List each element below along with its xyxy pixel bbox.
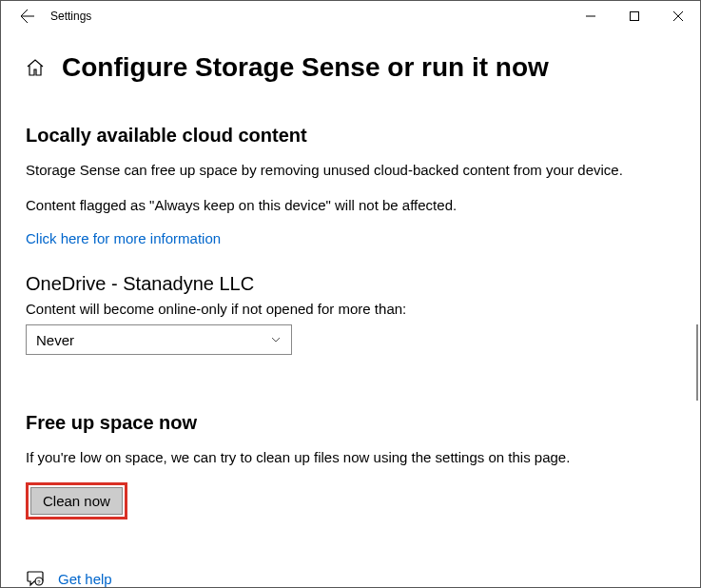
more-info-link[interactable]: Click here for more information	[26, 230, 221, 246]
page-header: Configure Storage Sense or run it now	[26, 52, 675, 83]
clean-now-button[interactable]: Clean now	[30, 487, 123, 515]
section-cloud-title: Locally available cloud content	[26, 125, 675, 147]
minimize-button[interactable]	[569, 1, 613, 31]
close-button[interactable]	[656, 1, 700, 31]
home-icon[interactable]	[26, 58, 45, 77]
freeup-title: Free up space now	[26, 412, 675, 434]
close-icon	[673, 11, 683, 21]
onedrive-interval-dropdown[interactable]: Never	[26, 324, 292, 355]
scrollbar[interactable]	[696, 324, 698, 401]
freeup-desc: If you're low on space, we can try to cl…	[26, 447, 675, 467]
dropdown-selected-value: Never	[36, 332, 74, 348]
back-arrow-icon	[20, 9, 35, 24]
onedrive-title: OneDrive - Stanadyne LLC	[26, 273, 675, 295]
window-controls	[569, 1, 700, 31]
minimize-icon	[586, 11, 595, 21]
get-help-link[interactable]: Get help	[58, 571, 112, 587]
back-button[interactable]	[9, 1, 47, 31]
app-title: Settings	[50, 10, 91, 23]
content-area: Configure Storage Sense or run it now Lo…	[1, 31, 700, 588]
cloud-desc-1: Storage Sense can free up space by remov…	[26, 160, 675, 180]
maximize-button[interactable]	[613, 1, 656, 31]
onedrive-desc: Content will become online-only if not o…	[26, 301, 675, 317]
help-chat-icon: ?	[26, 569, 45, 588]
svg-rect-0	[631, 12, 639, 21]
help-row: ? Get help	[26, 569, 675, 588]
chevron-down-icon	[270, 334, 282, 345]
maximize-icon	[630, 11, 639, 21]
cloud-desc-2: Content flagged as "Always keep on this …	[26, 195, 675, 215]
titlebar: Settings	[1, 1, 700, 31]
highlight-annotation: Clean now	[26, 482, 127, 519]
page-title: Configure Storage Sense or run it now	[62, 52, 549, 83]
